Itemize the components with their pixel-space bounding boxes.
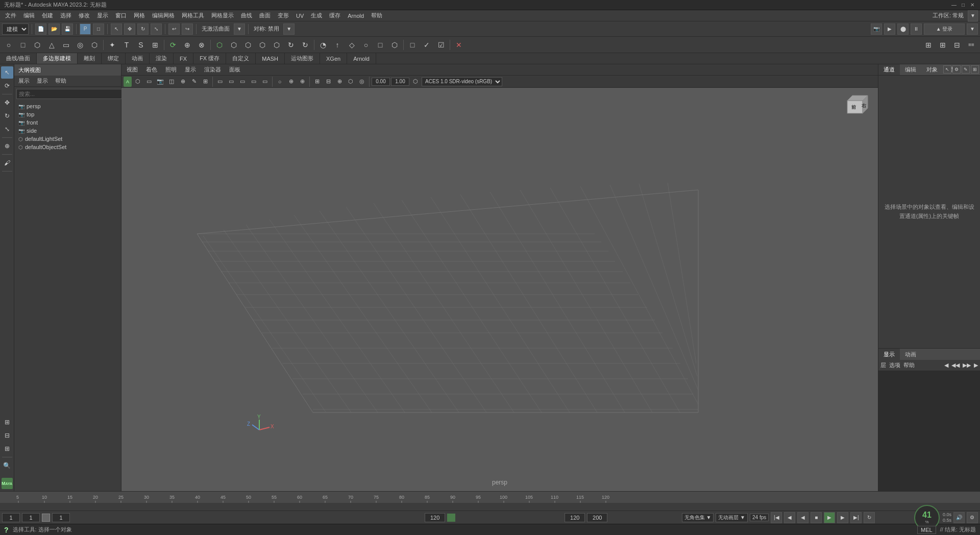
nurbs-cyl-icon-btn[interactable]: ⬡ <box>31 38 44 52</box>
poly-face-icon[interactable]: ⬡ <box>241 38 255 52</box>
maximize-button[interactable]: □ <box>960 2 967 9</box>
layer-option-help[interactable]: 帮助 <box>903 361 915 369</box>
poly-sphere-btn[interactable]: P <box>80 23 91 35</box>
poly-edge-icon[interactable]: ⬡ <box>227 38 240 52</box>
poly-loop-icon-btn[interactable]: ⟳ <box>166 38 180 52</box>
tab-edit[interactable]: 编辑 <box>900 64 921 75</box>
menu-curves[interactable]: 曲线 <box>238 11 255 20</box>
vp-icon16[interactable]: ⊟ <box>323 77 333 87</box>
layer-option-layers[interactable]: 层 <box>880 361 886 369</box>
vp-menu-show[interactable]: 显示 <box>182 65 199 75</box>
layer-mgr-btn[interactable]: ⊞ <box>1 416 13 428</box>
vp-grid-icon[interactable]: ⊞ <box>200 77 210 87</box>
render-btn[interactable]: ▶ <box>884 23 895 35</box>
vp-icon3[interactable]: 📷 <box>155 77 165 87</box>
render-check-icon[interactable]: ✓ <box>420 38 433 52</box>
minimize-button[interactable]: — <box>950 2 958 9</box>
vp-menu-view[interactable]: 视图 <box>124 65 141 75</box>
tab-xgen[interactable]: XGen <box>320 53 347 64</box>
tab-poly-modeling[interactable]: 多边形建模 <box>37 53 78 64</box>
layer-option-options[interactable]: 选项 <box>889 361 900 369</box>
tree-item-front[interactable]: 📷 front <box>14 118 121 127</box>
deform-more-icon[interactable]: ⬡ <box>388 38 401 52</box>
right-icon3[interactable]: ⊟ <box>950 38 964 52</box>
deform-sphere-icon[interactable]: ◔ <box>316 38 330 52</box>
next-key-btn[interactable]: ▶| <box>850 512 862 523</box>
vp-aces-select[interactable]: ACES 1.0 SDR-video (sRGB) <box>422 77 502 86</box>
vp-icon7[interactable]: ▭ <box>215 77 225 87</box>
stop-btn[interactable]: ■ <box>811 512 822 523</box>
prev-frame-btn[interactable]: ◀ <box>784 512 795 523</box>
open-btn[interactable]: 📂 <box>48 23 60 35</box>
workspace-options[interactable]: ▼ <box>968 10 978 21</box>
menu-cache[interactable]: 缓存 <box>326 11 344 20</box>
poly-grid-sel-icon[interactable]: ⬡ <box>213 38 226 52</box>
poly-loop2-icon[interactable]: ↻ <box>284 38 298 52</box>
menu-editmesh[interactable]: 编辑网格 <box>149 11 178 20</box>
layer-prev2-btn[interactable]: ◀◀ <box>951 362 960 369</box>
pause-btn[interactable]: ⏸ <box>911 23 922 35</box>
play-end-input[interactable] <box>565 513 585 522</box>
nurbs-more-icon-btn[interactable]: ⬡ <box>88 38 101 52</box>
tab-custom[interactable]: 自定义 <box>226 53 256 64</box>
nurbs-plane-icon-btn[interactable]: ▭ <box>59 38 72 52</box>
vp-icon4[interactable]: ◫ <box>166 77 177 87</box>
menu-uv[interactable]: UV <box>293 12 307 20</box>
poly-svg-icon-btn[interactable]: S <box>134 38 148 52</box>
timeline-ruler[interactable]: 5 10 15 20 25 30 35 40 45 50 55 60 65 <box>0 492 980 503</box>
tab-channels[interactable]: 通道 <box>878 64 900 75</box>
module-selector[interactable]: 建模 <box>2 23 29 35</box>
vp-icon5[interactable]: ⊕ <box>178 77 188 87</box>
vp-icon9[interactable]: ▭ <box>237 77 248 87</box>
play-back-btn[interactable]: ◀ <box>797 512 808 523</box>
nurbs-torus-icon-btn[interactable]: ◎ <box>74 38 87 52</box>
render-sel-icon[interactable]: ☑ <box>434 38 448 52</box>
right-corner-btn2[interactable]: ⚙ <box>952 65 961 74</box>
outliner-menu-help[interactable]: 帮助 <box>53 77 68 85</box>
vp-icon15[interactable]: ⊞ <box>312 77 322 87</box>
poly-text-icon-btn[interactable]: T <box>120 38 133 52</box>
next-frame-btn[interactable]: ▶ <box>837 512 848 523</box>
rotate-tool-btn[interactable]: ↻ <box>137 23 149 35</box>
tab-fx[interactable]: FX <box>174 53 193 64</box>
outliner-search-input[interactable] <box>16 89 123 99</box>
menu-generate[interactable]: 生成 <box>308 11 325 20</box>
menu-mesh[interactable]: 网格 <box>131 11 148 20</box>
scale-tool[interactable]: ⤡ <box>1 123 13 135</box>
select-tool-btn[interactable]: ↖ <box>111 23 122 35</box>
right-corner-btn1[interactable]: ↖ <box>943 65 951 74</box>
layer-prev-btn[interactable]: ◀ <box>944 362 948 369</box>
lasso-tool[interactable]: ⟳ <box>1 80 13 92</box>
tab-fx-cache[interactable]: FX 缓存 <box>193 53 226 64</box>
nurbs-cone-icon-btn[interactable]: △ <box>45 38 58 52</box>
speed-btn[interactable]: ⚙ <box>967 512 978 523</box>
tab-object[interactable]: 对象 <box>921 64 943 75</box>
attr-editor-btn[interactable]: ⊞ <box>1 443 13 455</box>
vp-icon13[interactable]: ⊕ <box>286 77 296 87</box>
tree-item-side[interactable]: 📷 side <box>14 127 121 135</box>
layer-tab-anim[interactable]: 动画 <box>900 349 921 360</box>
menu-meshtool[interactable]: 网格工具 <box>179 11 207 20</box>
frame-sub-input[interactable] <box>22 513 40 522</box>
anim-dropdown[interactable]: ▼ <box>234 23 245 35</box>
channel-ctrl-btn[interactable]: ⊟ <box>1 429 13 442</box>
ipr-btn[interactable]: ⬤ <box>897 23 909 35</box>
menu-select[interactable]: 选择 <box>57 11 75 20</box>
viewport-canvas[interactable]: .grid-line { stroke: #707070; stroke-wid… <box>121 88 878 491</box>
right-corner-btn3[interactable]: ✎ <box>962 65 970 74</box>
deform-diamond-icon[interactable]: ◇ <box>345 38 358 52</box>
vp-icon19[interactable]: ◎ <box>357 77 367 87</box>
anim-layer-selector[interactable]: 无动画层 ▼ <box>716 513 748 522</box>
vp-gamma-input[interactable] <box>372 78 390 86</box>
tab-mash[interactable]: MASH <box>256 53 285 64</box>
deform-circle-icon[interactable]: ○ <box>359 38 373 52</box>
vp-icon6[interactable]: ✎ <box>189 77 199 87</box>
select-tool[interactable]: ↖ <box>1 66 13 79</box>
tree-item-lightset[interactable]: ⬡ defaultLightSet <box>14 135 121 143</box>
scale-tool-btn[interactable]: ⤡ <box>151 23 162 35</box>
close-button[interactable]: ✕ <box>969 2 976 9</box>
tab-sculpt[interactable]: 雕刻 <box>78 53 102 64</box>
right-icon2[interactable]: ⊞ <box>936 38 949 52</box>
poly-star-icon-btn[interactable]: ✦ <box>106 38 119 52</box>
poly-ring-icon[interactable]: ↻ <box>299 38 312 52</box>
